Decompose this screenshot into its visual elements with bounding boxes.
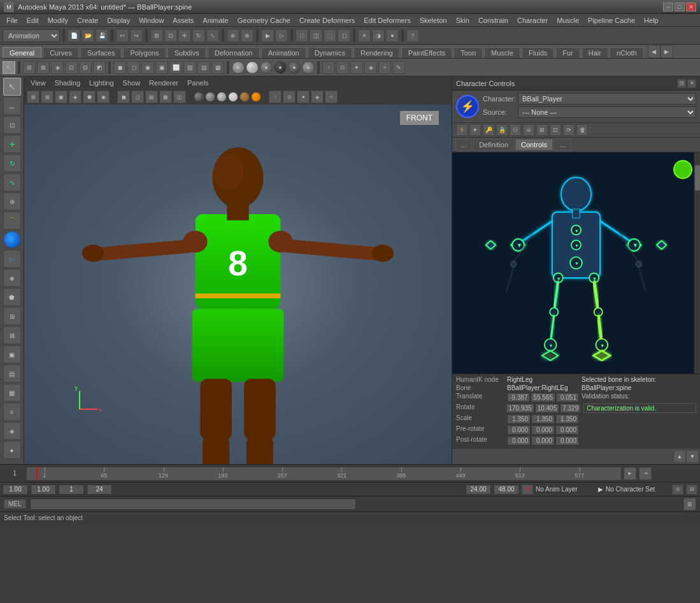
menu-window[interactable]: Window [135, 16, 168, 25]
menu-assets[interactable]: Assets [169, 16, 197, 25]
tool-btn11[interactable]: ⬜ [169, 61, 182, 74]
left-btn-deform[interactable]: ⬟ [3, 288, 21, 306]
vp-sphere6[interactable] [251, 92, 261, 102]
tool-extra1[interactable]: ↑ [322, 61, 335, 74]
vp-btn-extra5[interactable]: ✧ [325, 91, 338, 103]
vp-btn11[interactable]: ◫ [173, 91, 186, 103]
tool-sphere1[interactable]: ● [232, 61, 245, 74]
menu-pipeline-cache[interactable]: Pipeline Cache [584, 16, 639, 25]
tab-muscle[interactable]: Muscle [484, 47, 520, 58]
tool-extra5[interactable]: ✧ [378, 61, 391, 74]
panel-icon-figure[interactable]: ⚇ [510, 124, 521, 136]
source-dropdown[interactable]: --- None --- [518, 106, 696, 118]
tab-fur[interactable]: Fur [555, 47, 580, 58]
tab-general[interactable]: General [3, 47, 41, 58]
toolbar-btn-move[interactable]: ✛ [178, 29, 191, 42]
toolbar-btn-scale[interactable]: ⤡ [206, 29, 219, 42]
vp-btn3[interactable]: ▣ [55, 91, 68, 103]
vp-menu-view[interactable]: View [27, 78, 50, 87]
tab-toon[interactable]: Toon [454, 47, 483, 58]
left-btn-display[interactable]: ⊞ [3, 307, 21, 325]
tool-sphere4[interactable]: ● [274, 61, 287, 74]
tab-dynamics[interactable]: Dynamics [308, 47, 352, 58]
menu-edit-deformers[interactable]: Edit Deformers [360, 16, 414, 25]
panel-tab-definition[interactable]: Definition [473, 139, 514, 150]
vp-sphere2[interactable] [205, 92, 215, 102]
vp-menu-lighting[interactable]: Lighting [85, 78, 118, 87]
panel-scroll-up[interactable]: ▲ [673, 450, 686, 463]
left-btn-render1[interactable]: ◈ [3, 422, 21, 440]
playback-val4[interactable] [87, 484, 112, 495]
toolbar-btn-light1[interactable]: ☀ [358, 29, 371, 42]
toolbar-btn-rotate[interactable]: ↻ [192, 29, 205, 42]
tool-btn6[interactable]: ◩ [93, 61, 106, 74]
menu-character[interactable]: Character [513, 16, 552, 25]
menu-create-deformers[interactable]: Create Deformers [296, 16, 359, 25]
tool-btn2[interactable]: ⊠ [37, 61, 50, 74]
left-btn-render2[interactable]: ● [3, 441, 21, 459]
toolbar-btn-snap2[interactable]: ⊗ [241, 29, 254, 42]
tab-scroll-left[interactable]: ◀ [648, 45, 661, 58]
menu-skin[interactable]: Skin [452, 16, 473, 25]
tab-scroll-right[interactable]: ▶ [661, 45, 673, 58]
panel-icon-retarget[interactable]: ⟳ [563, 124, 575, 136]
skeleton-scrollbar[interactable] [694, 152, 700, 374]
panel-float-icon[interactable]: ⊡ [677, 79, 686, 88]
playback-end[interactable] [494, 484, 519, 495]
panel-scroll-down[interactable]: ▼ [686, 450, 699, 463]
toolbar-btn-select[interactable]: ⊞ [150, 29, 163, 42]
toolbar-btn-new[interactable]: 📄 [68, 29, 80, 42]
left-btn-move[interactable]: ✛ [3, 135, 21, 153]
tool-btn5[interactable]: ⊟ [79, 61, 92, 74]
vp-btn9[interactable]: ▤ [145, 91, 158, 103]
timeline-ruler[interactable]: 1 65 129 193 257 321 385 449 513 577 [27, 467, 621, 480]
tool-extra2[interactable]: ⊙ [336, 61, 349, 74]
vp-sphere5[interactable] [239, 92, 250, 102]
mode-dropdown[interactable]: Animation Modeling Dynamics Rendering [3, 29, 60, 42]
left-btn-channel[interactable]: ≡ [3, 403, 21, 421]
tab-animation[interactable]: Animation [261, 47, 306, 58]
menu-edit[interactable]: Edit [23, 16, 43, 25]
panel-icon-lock[interactable]: 🔒 [496, 124, 508, 136]
vp-sphere4[interactable] [228, 92, 238, 102]
vp-btn-extra2[interactable]: ⊙ [283, 91, 296, 103]
toolbar-btn-display4[interactable]: ◻ [338, 29, 350, 42]
maximize-button[interactable]: □ [675, 3, 685, 11]
panel-tab-controls[interactable]: Controls [515, 139, 553, 150]
toolbar-btn-redo[interactable]: ↪ [130, 29, 143, 42]
close-button[interactable]: ✕ [686, 3, 696, 11]
vp-btn-extra1[interactable]: ↑ [269, 91, 282, 103]
vp-btn6[interactable]: ◉ [97, 91, 110, 103]
playback-extra[interactable]: ⊟ [686, 484, 697, 495]
vp-btn1[interactable]: ⊞ [27, 91, 39, 103]
menu-skeleton[interactable]: Skeleton [416, 16, 451, 25]
vp-btn-extra3[interactable]: ✦ [297, 91, 310, 103]
minimize-button[interactable]: − [663, 3, 673, 11]
vp-sphere3[interactable] [217, 92, 227, 102]
tool-btn3[interactable]: ◈ [51, 61, 64, 74]
tab-painteffects[interactable]: PaintEffects [401, 47, 453, 58]
toolbar-btn-display2[interactable]: ◫ [310, 29, 322, 42]
left-btn-lasso[interactable]: ⊡ [3, 116, 21, 134]
tab-curves[interactable]: Curves [43, 47, 79, 58]
panel-icon-delete[interactable]: 🗑 [576, 124, 588, 136]
panel-icon-mirror[interactable]: ⊡ [550, 124, 561, 136]
tool-extra6[interactable]: ✎ [392, 61, 405, 74]
tab-surfaces[interactable]: Surfaces [80, 47, 122, 58]
character-dropdown[interactable]: BBall_Player [518, 93, 696, 105]
tool-btn1[interactable]: ⊞ [23, 61, 36, 74]
left-btn-paint[interactable]: ⚊ [3, 97, 21, 115]
tab-subdivs[interactable]: Subdivs [168, 47, 206, 58]
menu-display[interactable]: Display [103, 16, 134, 25]
panel-icon-skeleton[interactable]: ☠ [523, 124, 534, 136]
panel-close-icon[interactable]: ✕ [687, 79, 696, 88]
vp-btn10[interactable]: ▦ [159, 91, 172, 103]
panel-tab-dots1[interactable]: ... [455, 139, 472, 150]
menu-constrain[interactable]: Constrain [475, 16, 512, 25]
left-btn-select[interactable]: ↖ [3, 78, 21, 96]
tool-extra4[interactable]: ◈ [364, 61, 377, 74]
vp-btn7[interactable]: ◼ [117, 91, 130, 103]
tool-btn9[interactable]: ◉ [141, 61, 154, 74]
vp-btn2[interactable]: ⊠ [41, 91, 54, 103]
skeleton-view[interactable]: ▼ ▼ ▼ ▼ ▼ [452, 152, 700, 374]
